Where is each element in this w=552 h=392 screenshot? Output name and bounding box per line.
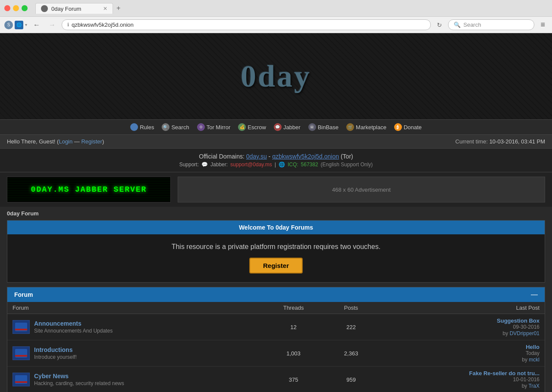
- forum-desc-1: Introduce yourself!: [34, 354, 77, 360]
- extension-icon-2[interactable]: 🌐: [15, 21, 23, 29]
- forum-posts-1: 2,363: [326, 340, 376, 367]
- forum-name-1[interactable]: Introductions: [34, 346, 77, 353]
- forum-desc-0: Site Announcements And Updates: [34, 328, 113, 334]
- nav-jabber[interactable]: 💬 Jabber: [271, 122, 303, 132]
- jabber-label: Jabber:: [210, 162, 228, 168]
- support-line: Support: 💬 Jabber: support@0day.ms | 🌐 I…: [7, 162, 545, 168]
- nav-rules-label: Rules: [140, 124, 154, 131]
- register-button[interactable]: Register: [249, 258, 303, 274]
- domains-title: Official Domains: 0day.su - qzbkwswfv5k2…: [7, 153, 545, 160]
- welcome-text: This resource is a private platform regi…: [14, 243, 538, 251]
- info-bar: Hello There, Guest! (Login — Register) C…: [0, 135, 552, 149]
- forum-icon-0: [13, 320, 30, 334]
- support-label: Support:: [179, 162, 199, 168]
- address-bar[interactable]: ℹ qzbkwswfv5k2oj5d.onion: [62, 19, 431, 30]
- browser-chrome: 0day Forum ✕ + S 🌐 ▾ ← → ℹ qzbkwswfv5k2o…: [0, 0, 552, 33]
- ad-banner[interactable]: 468 x 60 Advertisement: [178, 177, 545, 202]
- last-post-date-0: 09-30-2016: [382, 324, 539, 330]
- login-link[interactable]: Login: [59, 138, 72, 145]
- tor-label: (Tor): [341, 153, 353, 160]
- back-button[interactable]: ←: [31, 20, 43, 30]
- jabber-icon: 💬: [274, 123, 282, 131]
- table-row: Cyber News Hacking, carding, security re…: [7, 367, 545, 392]
- jabber-banner-text: 0DAY.MS JABBER SERVER: [31, 185, 147, 194]
- tab-close-button[interactable]: ✕: [103, 6, 107, 12]
- last-post-by-2: by TraX: [382, 383, 539, 389]
- search-nav-icon: 🔍: [162, 123, 169, 131]
- site-nav: Rules 🔍 Search ⚙ Tor Mirror 💰 Escrow 💬 J…: [0, 119, 552, 135]
- clearnet-domain[interactable]: 0day.su: [246, 153, 267, 160]
- last-post-user-0[interactable]: DVDripper01: [510, 330, 539, 336]
- forum-table-header: Forum Threads Posts Last Post: [7, 302, 545, 314]
- new-tab-button[interactable]: +: [113, 3, 124, 14]
- forum-name-2[interactable]: Cyber News: [34, 373, 124, 380]
- forum-cell-2: Cyber News Hacking, carding, security re…: [7, 367, 261, 392]
- icq-icon-small: 🌐: [279, 162, 285, 168]
- last-post-title-0[interactable]: Suggestion Box: [382, 317, 539, 324]
- forum-threads-2: 375: [261, 367, 326, 392]
- minimize-traffic-light[interactable]: [13, 5, 19, 11]
- forum-threads-1: 1,003: [261, 340, 326, 367]
- banner-area: 0DAY.MS JABBER SERVER 468 x 60 Advertise…: [0, 172, 552, 207]
- search-bar[interactable]: 🔍 Search: [448, 19, 534, 30]
- browser-menu-button[interactable]: ≡: [538, 19, 548, 30]
- english-note: (English Support Only): [321, 162, 373, 168]
- last-post-user-1[interactable]: mckl: [529, 357, 539, 363]
- last-post-date-2: 10-01-2016: [382, 376, 539, 383]
- jabber-address[interactable]: support@0day.ms: [230, 162, 272, 168]
- nav-donate[interactable]: ₿ Donate: [392, 122, 424, 132]
- browser-titlebar: 0day Forum ✕ +: [0, 0, 552, 16]
- by-label-2: by: [522, 383, 529, 389]
- jabber-banner[interactable]: 0DAY.MS JABBER SERVER: [7, 177, 171, 202]
- search-icon: 🔍: [454, 22, 461, 28]
- by-label-1: by: [522, 357, 529, 363]
- nav-marketplace[interactable]: 🛒 Marketplace: [344, 122, 389, 132]
- forum-collapse-button[interactable]: —: [531, 291, 538, 299]
- forum-cell-1: Introductions Introduce yourself!: [7, 340, 261, 367]
- greeting-text: Hello There, Guest! (Login — Register): [7, 138, 104, 145]
- forum-icon-1: [13, 346, 30, 360]
- forum-icon-card-2: [15, 375, 27, 384]
- nav-rules[interactable]: Rules: [128, 122, 157, 132]
- last-post-title-1[interactable]: Hello: [382, 344, 539, 350]
- nav-tor-mirror[interactable]: ⚙ Tor Mirror: [194, 122, 233, 132]
- nav-donate-label: Donate: [404, 124, 422, 131]
- nav-binbase[interactable]: 🏛 BinBase: [306, 122, 341, 132]
- close-traffic-light[interactable]: [4, 5, 10, 11]
- forum-name-0[interactable]: Announcements: [34, 320, 113, 327]
- ext-dropdown[interactable]: ▾: [25, 22, 27, 27]
- forum-row-left-0: Announcements Site Announcements And Upd…: [13, 320, 256, 334]
- tor-icon: ⚙: [197, 123, 205, 131]
- forum-row-left-2: Cyber News Hacking, carding, security re…: [13, 373, 256, 386]
- forum-info-2: Cyber News Hacking, carding, security re…: [34, 373, 124, 386]
- extension-icon-1[interactable]: S: [4, 21, 13, 29]
- domains-dash: -: [269, 153, 271, 160]
- reload-button[interactable]: ↻: [434, 21, 445, 29]
- forum-lastpost-2: Fake Re-seller do not tru... 10-01-2016 …: [376, 367, 545, 392]
- forum-desc-2: Hacking, carding, security related news: [34, 380, 124, 386]
- nav-search-label: Search: [171, 124, 189, 131]
- last-post-user-2[interactable]: TraX: [528, 383, 539, 389]
- table-row: Introductions Introduce yourself! 1,003 …: [7, 340, 545, 367]
- forward-button[interactable]: →: [46, 20, 58, 30]
- forum-section-header: Forum —: [7, 287, 545, 302]
- welcome-body: This resource is a private platform regi…: [7, 234, 545, 282]
- traffic-lights: [4, 5, 28, 11]
- active-tab[interactable]: 0day Forum ✕: [35, 3, 113, 14]
- tor-domain[interactable]: qzbkwswfv5k2oj5d.onion: [272, 153, 339, 160]
- last-post-title-2[interactable]: Fake Re-seller do not tru...: [382, 370, 539, 376]
- greeting-label: Hello There, Guest! (: [7, 138, 59, 145]
- site-logo: 0day: [241, 59, 311, 94]
- last-post-date-1: Today: [382, 350, 539, 356]
- nav-jabber-label: Jabber: [283, 124, 301, 131]
- current-time: Current time: 10-03-2016, 03:41 PM: [455, 138, 545, 145]
- nav-escrow[interactable]: 💰 Escrow: [235, 122, 269, 132]
- nav-search[interactable]: 🔍 Search: [159, 122, 191, 132]
- forum-table: Forum Threads Posts Last Post Announceme…: [7, 302, 545, 392]
- browser-navbar: S 🌐 ▾ ← → ℹ qzbkwswfv5k2oj5d.onion ↻ 🔍 S…: [0, 16, 552, 33]
- closing: ): [102, 138, 104, 145]
- icq-label: ICQ:: [288, 162, 298, 168]
- last-post-by-0: by DVDripper01: [382, 330, 539, 336]
- register-link[interactable]: Register: [81, 138, 102, 145]
- maximize-traffic-light[interactable]: [22, 5, 28, 11]
